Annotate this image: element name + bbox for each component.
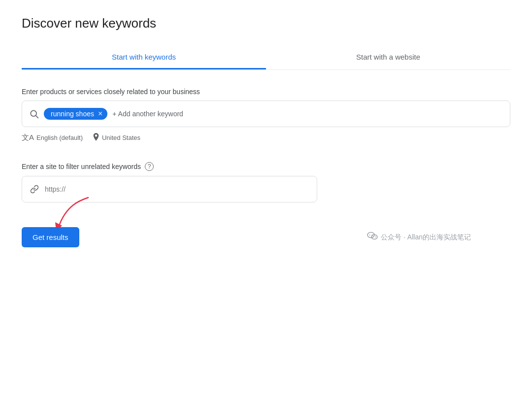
location-icon xyxy=(93,133,100,142)
svg-point-8 xyxy=(375,236,376,237)
keyword-input-box[interactable]: running shoes × xyxy=(22,101,510,127)
wechat-icon xyxy=(367,232,378,243)
location-label: United States xyxy=(102,134,140,141)
svg-point-4 xyxy=(369,235,370,235)
language-icon: 文A xyxy=(22,133,34,142)
keyword-chip: running shoes × xyxy=(44,108,107,120)
url-input-box[interactable] xyxy=(22,176,317,202)
location-selector[interactable]: United States xyxy=(93,133,140,142)
main-container: Discover new keywords Start with keyword… xyxy=(0,0,532,267)
chip-close-button[interactable]: × xyxy=(98,110,102,118)
svg-line-1 xyxy=(36,116,38,118)
link-icon xyxy=(30,185,39,194)
watermark-text: 公众号 · Allan的出海实战笔记 xyxy=(381,233,471,242)
site-filter-label-row: Enter a site to filter unrelated keyword… xyxy=(22,162,510,171)
get-results-left: Get results xyxy=(22,227,79,247)
watermark: 公众号 · Allan的出海实战笔记 xyxy=(367,232,471,243)
tab-keywords[interactable]: Start with keywords xyxy=(22,45,266,69)
keyword-input-section: Enter products or services closely relat… xyxy=(22,88,510,142)
get-results-button[interactable]: Get results xyxy=(22,227,79,247)
site-filter-section: Enter a site to filter unrelated keyword… xyxy=(22,162,510,202)
language-label: English (default) xyxy=(36,134,83,141)
add-keyword-input[interactable] xyxy=(112,110,503,118)
get-results-area: Get results 公众号 · Allan的出海实战笔记 xyxy=(22,227,510,247)
page-title: Discover new keywords xyxy=(22,16,510,31)
tab-website[interactable]: Start with a website xyxy=(266,45,510,69)
language-selector[interactable]: 文A English (default) xyxy=(22,133,83,142)
help-icon[interactable]: ? xyxy=(145,162,154,171)
site-filter-label-text: Enter a site to filter unrelated keyword… xyxy=(22,163,141,170)
search-icon xyxy=(29,109,39,119)
svg-point-7 xyxy=(373,236,374,237)
meta-row: 文A English (default) United States xyxy=(22,133,510,142)
tabs: Start with keywords Start with a website xyxy=(22,45,510,70)
url-input[interactable] xyxy=(45,185,309,193)
keyword-input-label: Enter products or services closely relat… xyxy=(22,88,510,96)
chip-text: running shoes xyxy=(51,110,94,118)
